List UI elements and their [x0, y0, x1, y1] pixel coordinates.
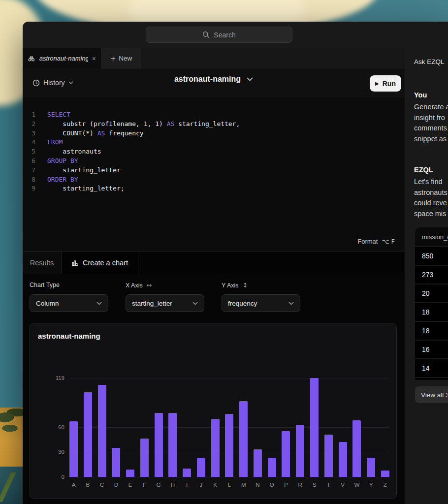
vertical-arrow-icon: ↕ — [243, 282, 248, 289]
tab-astronaut-naming[interactable]: astronaut-naming × — [23, 48, 101, 69]
query-title: astronaut-naming — [174, 75, 241, 84]
table-row: 18 — [415, 322, 448, 340]
bar-K — [211, 419, 220, 477]
x-tick-label: K — [211, 482, 220, 488]
bar-P — [282, 431, 290, 477]
search-placeholder: Search — [214, 31, 235, 39]
code-lines: 1SELECT2 substr (profilename, 1, 1) AS s… — [23, 110, 405, 193]
y-axis-value: frequency — [228, 300, 257, 307]
table-row: 273 — [415, 266, 448, 284]
y-tick-label: 0 — [62, 474, 64, 480]
bars-row — [69, 378, 389, 477]
bar-Z — [381, 471, 389, 477]
table-row: 850 — [415, 247, 448, 265]
x-tick-label: H — [168, 482, 177, 488]
close-icon[interactable]: × — [92, 55, 96, 62]
chart-plot — [69, 378, 389, 477]
run-button[interactable]: ▶ Run — [370, 75, 401, 92]
bar-Y — [367, 458, 375, 477]
bar-O — [268, 458, 276, 477]
bar-G — [155, 413, 163, 477]
query-title-dropdown[interactable]: astronaut-naming — [174, 75, 253, 84]
x-tick-label: O — [268, 482, 276, 488]
chart-panel: astronaut-naming 03060119 ABCDEFGHIJKLMN… — [30, 323, 397, 499]
clock-icon — [32, 79, 40, 87]
x-tick-label: Y — [367, 482, 375, 488]
bar-S — [310, 378, 319, 477]
wallpaper-trees — [0, 409, 23, 451]
table-header-mission-count: mission_count — [415, 227, 448, 246]
new-tab-label: New — [119, 55, 132, 62]
x-tick-label: F — [140, 482, 149, 488]
x-tick-label: I — [183, 482, 191, 488]
query-title-wrap: astronaut-naming — [23, 75, 405, 84]
bar-W — [352, 420, 361, 477]
x-tick-label: G — [155, 482, 163, 488]
y-axis-select[interactable]: frequency — [222, 294, 300, 312]
binoculars-icon — [28, 55, 35, 63]
table-row: 16 — [415, 341, 448, 358]
bar-T — [324, 435, 333, 477]
chart-type-label: Chart Type — [30, 282, 60, 288]
bar-chart-icon — [71, 259, 78, 266]
bar-F — [140, 439, 149, 477]
new-tab-button[interactable]: + New — [102, 48, 141, 69]
table-row: 20 — [415, 284, 448, 302]
chat-author-you: You — [414, 91, 427, 99]
play-icon: ▶ — [375, 81, 379, 86]
search-icon — [202, 31, 210, 38]
chart-type-select[interactable]: Column — [30, 294, 108, 312]
table-rows: 850273201818161412 — [415, 247, 448, 380]
code-line: 4FROM — [23, 138, 405, 147]
tab-create-a-chart[interactable]: Create a chart — [62, 252, 138, 274]
x-axis-select[interactable]: starting_letter — [126, 294, 204, 312]
view-all-button[interactable]: View all 39 — [415, 386, 448, 403]
x-tick-label: M — [239, 482, 248, 488]
chevron-down-icon — [192, 302, 198, 305]
bar-J — [197, 458, 205, 477]
chevron-down-icon — [247, 77, 253, 81]
x-axis-value: starting_letter — [132, 300, 172, 307]
bar-A — [69, 421, 78, 477]
x-tick-label: B — [84, 482, 92, 488]
bar-E — [126, 470, 134, 477]
history-button[interactable]: History — [32, 76, 73, 90]
y-tick-label: 60 — [58, 424, 64, 430]
app-window: Search astronaut-naming × + New — [23, 22, 448, 504]
code-line: 1SELECT — [23, 110, 405, 120]
x-tick-label: C — [98, 482, 106, 488]
chat-author-ezql: EZQL — [414, 166, 433, 174]
y-axis-ticks: 03060119 — [43, 378, 64, 477]
tab-results[interactable]: Results — [23, 252, 62, 274]
ezql-message: Let's findastronautscould revespace mis — [414, 177, 448, 220]
code-line: 7 starting_letter — [23, 166, 405, 175]
x-tick-label: T — [324, 482, 333, 488]
x-tick-label: P — [282, 482, 290, 488]
code-line: 2 substr (profilename, 1, 1) AS starting… — [23, 120, 405, 129]
format-label: Format — [357, 238, 378, 245]
x-tick-label: Z — [381, 482, 389, 488]
x-axis-label: X Axis — [126, 282, 143, 289]
x-axis-label-wrap: X Axis ↔ — [126, 282, 152, 289]
code-line: 9 starting_letter; — [23, 184, 405, 193]
chart-tab-label: Create a chart — [83, 259, 128, 267]
bar-V — [339, 442, 347, 477]
search-input[interactable]: Search — [146, 27, 292, 43]
sql-editor[interactable]: 1SELECT2 substr (profilename, 1, 1) AS s… — [23, 96, 405, 251]
chart-type-value: Column — [36, 300, 59, 307]
x-tick-label: W — [352, 482, 361, 488]
format-button[interactable]: Format⌥ F — [357, 238, 395, 245]
results-tabbar: Results Create a chart — [23, 251, 405, 274]
result-preview-table: mission_count 850273201818161412 — [415, 227, 448, 380]
tab-strip: astronaut-naming × + New — [23, 48, 405, 69]
bar-B — [84, 392, 92, 477]
table-row: 12 — [415, 378, 448, 380]
code-line: 5 astronauts — [23, 147, 405, 157]
code-line: 8ORDER BY — [23, 175, 405, 185]
y-axis-label: Y Axis — [222, 282, 239, 289]
x-tick-label: A — [69, 482, 78, 488]
bar-D — [112, 448, 120, 477]
gridline — [69, 477, 389, 477]
run-label: Run — [383, 80, 396, 88]
bar-H — [168, 413, 177, 477]
